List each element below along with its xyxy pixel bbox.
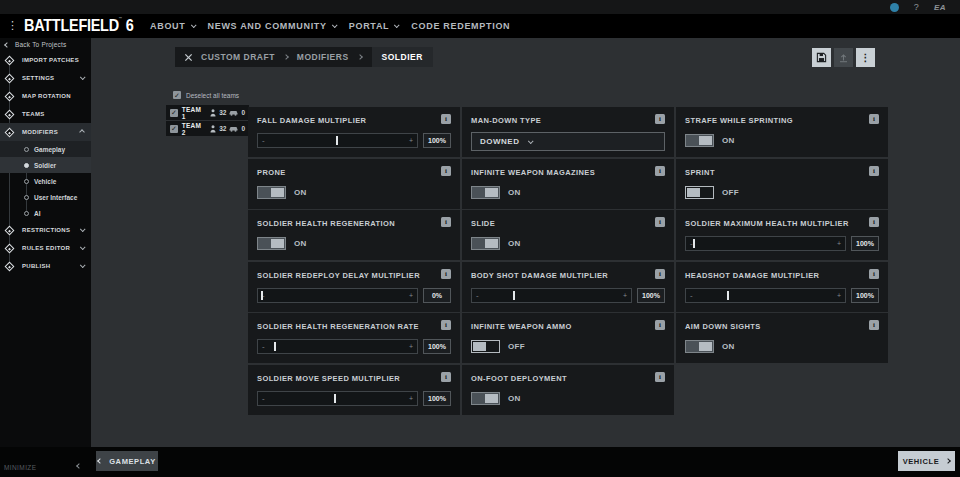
modifier-toggle[interactable]	[471, 392, 500, 405]
modifier-value-field[interactable]: 0%	[423, 288, 451, 303]
sidebar-subitem-soldier[interactable]: Soldier	[0, 157, 91, 173]
team-checkbox[interactable]: ✓	[170, 125, 178, 133]
modifier-value-field[interactable]: 100%	[423, 339, 451, 354]
breadcrumb-modifiers[interactable]: MODIFIERS	[297, 52, 349, 62]
menu-dots-icon[interactable]: ⋮	[7, 19, 18, 32]
nav-item-portal[interactable]: PORTAL	[349, 21, 399, 31]
battlefield-logo[interactable]: BATTLEFIELD™ 6	[24, 16, 134, 36]
sidebar-item-import-patches[interactable]: IMPORT PATCHES	[0, 51, 91, 69]
toggle-state-label: ON	[722, 136, 735, 145]
modifier-value-field[interactable]: 100%	[423, 133, 451, 148]
modifier-toggle[interactable]	[471, 186, 500, 199]
slider-handle[interactable]	[334, 394, 336, 403]
info-icon[interactable]: i	[441, 269, 451, 279]
sidebar-item-teams[interactable]: TEAMS	[0, 105, 91, 123]
nav-item-news-and-community[interactable]: NEWS AND COMMUNITY	[208, 21, 336, 31]
back-to-projects-link[interactable]: Back To Projects	[0, 38, 91, 51]
modifier-slider[interactable]: -+	[471, 288, 632, 303]
modifier-toggle[interactable]	[471, 340, 500, 353]
info-icon[interactable]: i	[655, 217, 665, 227]
chevron-down-icon	[190, 22, 196, 28]
modifier-title: SLIDE	[471, 216, 495, 228]
slider-handle[interactable]	[261, 291, 263, 300]
publish-icon	[4, 261, 15, 272]
modifier-slider[interactable]: -+	[257, 339, 418, 354]
info-icon[interactable]: i	[441, 114, 451, 124]
modifier-toggle[interactable]	[685, 134, 714, 147]
info-icon[interactable]: i	[441, 372, 451, 382]
minimize-button[interactable]: MINIMIZE	[4, 464, 36, 471]
slider-handle[interactable]	[274, 342, 276, 351]
next-vehicle-button[interactable]: VEHICLE	[898, 451, 955, 471]
modifier-toggle[interactable]	[685, 186, 714, 199]
team-name: TEAM 1	[182, 106, 206, 120]
modifier-toggle[interactable]	[257, 237, 286, 250]
sidebar-item-label: MAP ROTATION	[22, 93, 71, 99]
team-checkbox[interactable]: ✓	[170, 109, 178, 117]
nav-item-code-redemption[interactable]: CODE REDEMPTION	[411, 21, 510, 31]
modifier-value-field[interactable]: 100%	[637, 288, 665, 303]
toggle-state-label: ON	[722, 342, 735, 351]
ea-logo-icon[interactable]: EA	[934, 3, 946, 12]
sidebar-subitem-gameplay[interactable]: Gameplay	[0, 141, 91, 157]
sidebar-item-rules-editor[interactable]: RULES EDITOR	[0, 239, 91, 257]
sidebar-subitem-vehicle[interactable]: Vehicle	[0, 173, 91, 189]
sidebar-item-restrictions[interactable]: RESTRICTIONS	[0, 221, 91, 239]
help-icon[interactable]: ?	[914, 3, 919, 12]
modifier-toggle[interactable]	[471, 237, 500, 250]
team-row-team-2[interactable]: ✓TEAM 2320	[166, 121, 249, 136]
sidebar-item-modifiers[interactable]: MODIFIERS	[0, 123, 91, 141]
modifier-toggle[interactable]	[257, 186, 286, 199]
info-icon[interactable]: i	[441, 320, 451, 330]
info-icon[interactable]: i	[655, 114, 665, 124]
info-icon[interactable]: i	[869, 114, 879, 124]
info-icon[interactable]: i	[655, 166, 665, 176]
slider-handle[interactable]	[693, 239, 695, 248]
plus-icon: +	[409, 343, 413, 350]
kebab-menu-button[interactable]: ⋮	[856, 48, 875, 67]
sidebar-subitem-user-interface[interactable]: User Interface	[0, 189, 91, 205]
modifier-slider[interactable]: -+	[257, 288, 418, 303]
modifier-slider[interactable]: -+	[257, 391, 418, 406]
sidebar-item-publish[interactable]: PUBLISH	[0, 257, 91, 275]
save-button[interactable]	[812, 48, 831, 67]
modifier-value-field[interactable]: 100%	[851, 288, 879, 303]
modifier-slider[interactable]: -+	[685, 236, 846, 251]
info-icon[interactable]: i	[869, 269, 879, 279]
modifier-toggle[interactable]	[685, 340, 714, 353]
sidebar-collapse-icon[interactable]	[76, 463, 82, 469]
modifier-value-field[interactable]: 100%	[423, 391, 451, 406]
info-icon[interactable]: i	[441, 217, 451, 227]
slider-handle[interactable]	[513, 291, 515, 300]
info-icon[interactable]: i	[869, 217, 879, 227]
info-icon[interactable]: i	[655, 269, 665, 279]
player-count: 32	[219, 109, 226, 116]
sidebar-subitem-ai[interactable]: AI	[0, 205, 91, 221]
info-icon[interactable]: i	[869, 166, 879, 176]
nav-item-about[interactable]: ABOUT	[150, 21, 195, 31]
info-icon[interactable]: i	[441, 166, 451, 176]
deselect-all-checkbox[interactable]: ✓	[173, 91, 181, 99]
breadcrumb: CUSTOM DRAFT MODIFIERS SOLDIER	[175, 47, 433, 67]
info-icon[interactable]: i	[655, 372, 665, 382]
toggle-state-label: OFF	[508, 342, 525, 351]
prev-gameplay-button[interactable]: GAMEPLAY	[96, 451, 158, 471]
deselect-all-teams[interactable]: ✓ Deselect all teams	[166, 88, 249, 102]
modifier-slider[interactable]: -+	[257, 133, 418, 148]
publish-upload-button[interactable]	[834, 48, 853, 67]
info-icon[interactable]: i	[655, 320, 665, 330]
vehicle-icon	[229, 125, 238, 132]
sidebar-item-settings[interactable]: SETTINGS	[0, 69, 91, 87]
user-avatar[interactable]	[890, 3, 899, 12]
team-row-team-1[interactable]: ✓TEAM 1320	[166, 105, 249, 120]
modifier-value-field[interactable]: 100%	[851, 236, 879, 251]
info-icon[interactable]: i	[869, 320, 879, 330]
slider-handle[interactable]	[727, 291, 729, 300]
sidebar-item-map-rotation[interactable]: MAP ROTATION	[0, 87, 91, 105]
modifier-slider[interactable]: -+	[685, 288, 846, 303]
breadcrumb-project[interactable]: CUSTOM DRAFT	[201, 52, 275, 62]
sidebar-item-label: RULES EDITOR	[22, 245, 70, 251]
slider-handle[interactable]	[336, 136, 338, 145]
modifier-dropdown[interactable]: DOWNED	[471, 132, 665, 151]
chevron-down-icon	[394, 22, 400, 28]
